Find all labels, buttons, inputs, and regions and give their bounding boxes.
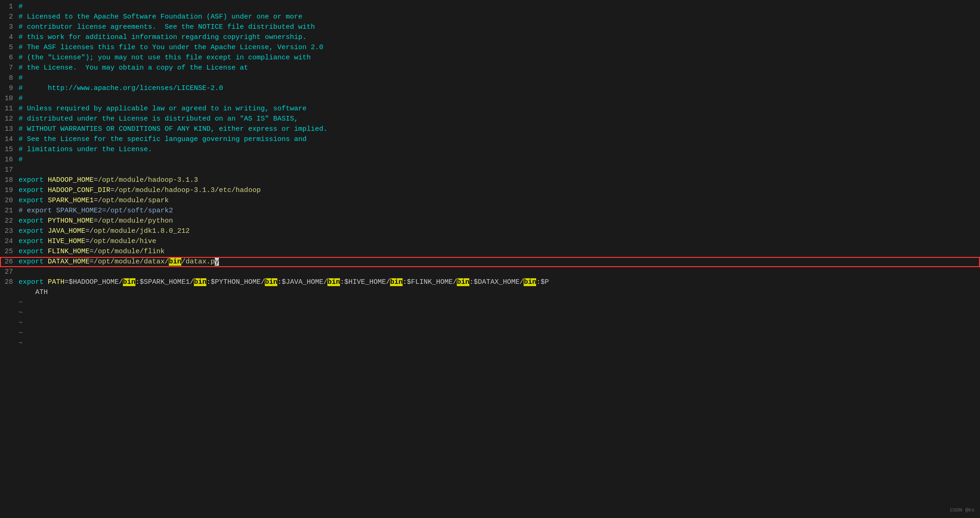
line-content-23: export JAVA_HOME=/opt/module/jdk1.8.0_21… xyxy=(19,226,980,237)
line-16: 16 # xyxy=(0,155,980,165)
line-21: 21 # export SPARK_HOME2=/opt/soft/spark2 xyxy=(0,206,980,216)
line-number-3: 3 xyxy=(0,22,19,32)
line-content-25: export FLINK_HOME=/opt/module/flink xyxy=(19,247,980,257)
cursor-26: y xyxy=(215,258,219,266)
bin-highlight-28f: bin xyxy=(457,278,469,286)
line-9: 9 # http://www.apache.org/licenses/LICEN… xyxy=(0,83,980,94)
line-content-28: export PATH=$HADOOP_HOME/bin:$SPARK_HOME… xyxy=(19,277,980,288)
bin-highlight-28c: bin xyxy=(265,278,277,286)
line-content-12: # distributed under the License is distr… xyxy=(19,114,980,124)
line-number-8: 8 xyxy=(0,73,19,83)
line-content-24: export HIVE_HOME=/opt/module/hive xyxy=(19,237,980,247)
line-content-16: # xyxy=(19,155,980,165)
line-number-19: 19 xyxy=(0,185,19,196)
line-content-26: export DATAX_HOME=/opt/module/datax/bin/… xyxy=(19,257,980,267)
line-22: 22 export PYTHON_HOME=/opt/module/python xyxy=(0,216,980,226)
line-content-21: # export SPARK_HOME2=/opt/soft/spark2 xyxy=(19,206,980,216)
line-content-1: # xyxy=(19,2,980,12)
tilde-line-3: ~ ~ xyxy=(0,318,980,328)
code-editor: 1 # 2 # Licensed to the Apache Software … xyxy=(0,0,980,518)
line-8: 8 # xyxy=(0,73,980,83)
line-content-18: export HADOOP_HOME=/opt/module/hadoop-3.… xyxy=(19,175,980,185)
line-7: 7 # the License. You may obtain a copy o… xyxy=(0,63,980,73)
tilde-content-1: ~ xyxy=(19,298,980,308)
tilde-content-3: ~ xyxy=(19,318,980,328)
tilde-line-1: ~ ~ xyxy=(0,298,980,308)
line-14: 14 # See the License for the specific la… xyxy=(0,134,980,145)
tilde-content-4: ~ xyxy=(19,328,980,339)
line-number-24: 24 xyxy=(0,237,19,247)
line-content-7: # the License. You may obtain a copy of … xyxy=(19,63,980,73)
line-6: 6 # (the "License"); you may not use thi… xyxy=(0,53,980,63)
tilde-content-5: ~ xyxy=(19,339,980,349)
line-content-20: export SPARK_HOME1=/opt/module/spark xyxy=(19,196,980,206)
line-content-6: # (the "License"); you may not use this … xyxy=(19,53,980,63)
line-number-28: 28 xyxy=(0,277,19,288)
line-18: 18 export HADOOP_HOME=/opt/module/hadoop… xyxy=(0,175,980,185)
line-20: 20 export SPARK_HOME1=/opt/module/spark xyxy=(0,196,980,206)
line-number-4: 4 xyxy=(0,32,19,43)
line-1: 1 # xyxy=(0,2,980,12)
line-2: 2 # Licensed to the Apache Software Foun… xyxy=(0,12,980,22)
bin-highlight-28d: bin xyxy=(327,278,340,286)
line-number-5: 5 xyxy=(0,43,19,53)
tilde-line-4: ~ ~ xyxy=(0,328,980,339)
line-content-2: # Licensed to the Apache Software Founda… xyxy=(19,12,980,22)
line-15: 15 # limitations under the License. xyxy=(0,145,980,155)
line-number-15: 15 xyxy=(0,145,19,155)
bin-highlight-28b: bin xyxy=(194,278,206,286)
line-content-22: export PYTHON_HOME=/opt/module/python xyxy=(19,216,980,226)
line-number-20: 20 xyxy=(0,196,19,206)
line-17: 17 xyxy=(0,165,980,175)
line-number-12: 12 xyxy=(0,114,19,124)
line-number-6: 6 xyxy=(0,53,19,63)
bin-highlight-28g: bin xyxy=(524,278,536,286)
tilde-content-2: ~ xyxy=(19,308,980,318)
bin-highlight-28a: bin xyxy=(123,278,135,286)
line-19: 19 export HADOOP_CONF_DIR=/opt/module/ha… xyxy=(0,185,980,196)
line-number-22: 22 xyxy=(0,216,19,226)
line-content-10: # xyxy=(19,94,980,104)
line-content-3: # contributor license agreements. See th… xyxy=(19,22,980,32)
line-4: 4 # this work for additional information… xyxy=(0,32,980,43)
line-content-14: # See the License for the specific langu… xyxy=(19,134,980,145)
line-28: 28 export PATH=$HADOOP_HOME/bin:$SPARK_H… xyxy=(0,277,980,288)
watermark: CSDN @ks xyxy=(950,507,974,514)
line-13: 13 # WITHOUT WARRANTIES OR CONDITIONS OF… xyxy=(0,124,980,134)
line-12: 12 # distributed under the License is di… xyxy=(0,114,980,124)
line-number-10: 10 xyxy=(0,94,19,104)
line-25: 25 export FLINK_HOME=/opt/module/flink xyxy=(0,247,980,257)
bin-highlight-26: bin xyxy=(169,258,181,266)
tilde-line-2: ~ ~ xyxy=(0,308,980,318)
line-number-7: 7 xyxy=(0,63,19,73)
line-content-4: # this work for additional information r… xyxy=(19,32,980,43)
line-content-13: # WITHOUT WARRANTIES OR CONDITIONS OF AN… xyxy=(19,124,980,134)
line-number-16: 16 xyxy=(0,155,19,165)
line-number-13: 13 xyxy=(0,124,19,134)
line-number-26: 26 xyxy=(0,257,19,267)
line-24: 24 export HIVE_HOME=/opt/module/hive xyxy=(0,237,980,247)
line-content-28-cont: ATH xyxy=(19,288,980,298)
bin-highlight-28e: bin xyxy=(390,278,403,286)
line-number-23: 23 xyxy=(0,226,19,237)
line-number-18: 18 xyxy=(0,175,19,185)
line-23: 23 export JAVA_HOME=/opt/module/jdk1.8.0… xyxy=(0,226,980,237)
line-number-11: 11 xyxy=(0,104,19,114)
line-content-8: # xyxy=(19,73,980,83)
line-content-11: # Unless required by applicable law or a… xyxy=(19,104,980,114)
line-number-21: 21 xyxy=(0,206,19,216)
line-content-19: export HADOOP_CONF_DIR=/opt/module/hadoo… xyxy=(19,185,980,196)
line-26: 26 export DATAX_HOME=/opt/module/datax/b… xyxy=(0,257,980,267)
line-content-15: # limitations under the License. xyxy=(19,145,980,155)
line-number-1: 1 xyxy=(0,2,19,12)
line-number-14: 14 xyxy=(0,134,19,145)
line-27: 27 xyxy=(0,267,980,277)
line-content-5: # The ASF licenses this file to You unde… xyxy=(19,43,980,53)
line-28-continuation: 28 ATH xyxy=(0,288,980,298)
line-3: 3 # contributor license agreements. See … xyxy=(0,22,980,32)
line-number-2: 2 xyxy=(0,12,19,22)
line-10: 10 # xyxy=(0,94,980,104)
line-number-27: 27 xyxy=(0,267,19,277)
tilde-line-5: ~ ~ xyxy=(0,339,980,349)
line-11: 11 # Unless required by applicable law o… xyxy=(0,104,980,114)
